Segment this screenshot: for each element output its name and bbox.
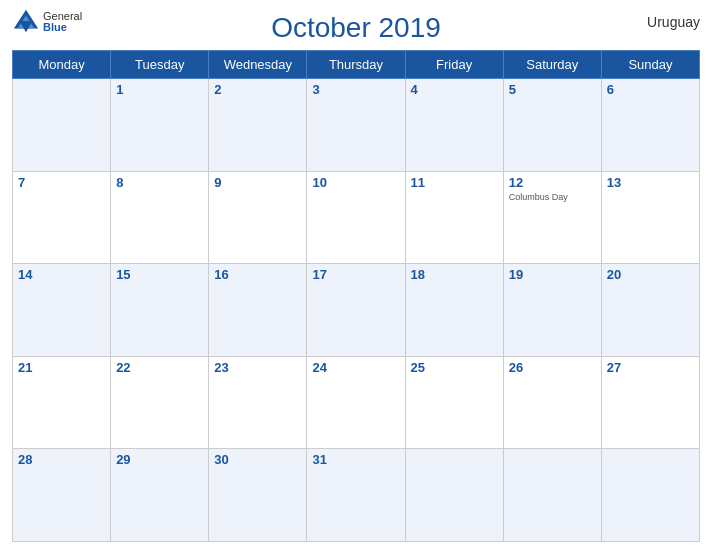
calendar-day-cell: 6	[601, 79, 699, 172]
calendar-day-cell: 25	[405, 356, 503, 449]
day-number: 6	[607, 82, 694, 97]
day-number: 31	[312, 452, 399, 467]
weekday-header: Monday	[13, 51, 111, 79]
day-number: 11	[411, 175, 498, 190]
calendar-day-cell: 2	[209, 79, 307, 172]
calendar-day-cell	[13, 79, 111, 172]
day-number: 3	[312, 82, 399, 97]
calendar-day-cell: 3	[307, 79, 405, 172]
calendar-day-cell: 30	[209, 449, 307, 542]
logo-blue: Blue	[43, 22, 82, 33]
day-number: 20	[607, 267, 694, 282]
calendar-day-cell	[405, 449, 503, 542]
day-number: 5	[509, 82, 596, 97]
day-number: 16	[214, 267, 301, 282]
day-number: 1	[116, 82, 203, 97]
calendar-day-cell: 11	[405, 171, 503, 264]
day-number: 22	[116, 360, 203, 375]
day-number: 7	[18, 175, 105, 190]
country-label: Uruguay	[647, 14, 700, 30]
weekday-header: Friday	[405, 51, 503, 79]
day-number: 9	[214, 175, 301, 190]
calendar-day-cell: 15	[111, 264, 209, 357]
calendar-day-cell: 17	[307, 264, 405, 357]
day-number: 29	[116, 452, 203, 467]
day-number: 27	[607, 360, 694, 375]
calendar-day-cell: 28	[13, 449, 111, 542]
calendar-day-cell: 8	[111, 171, 209, 264]
calendar-day-cell: 14	[13, 264, 111, 357]
weekday-header: Thursday	[307, 51, 405, 79]
calendar-day-cell: 27	[601, 356, 699, 449]
calendar-day-cell	[601, 449, 699, 542]
calendar-day-cell: 18	[405, 264, 503, 357]
calendar-week-row: 123456	[13, 79, 700, 172]
day-number: 26	[509, 360, 596, 375]
calendar-day-cell	[503, 449, 601, 542]
day-number: 19	[509, 267, 596, 282]
calendar-header: General Blue October 2019 Uruguay	[12, 8, 700, 44]
day-number: 24	[312, 360, 399, 375]
day-number: 13	[607, 175, 694, 190]
calendar-header-row: MondayTuesdayWednesdayThursdayFridaySatu…	[13, 51, 700, 79]
calendar-day-cell: 23	[209, 356, 307, 449]
calendar-day-cell: 13	[601, 171, 699, 264]
day-number: 14	[18, 267, 105, 282]
calendar-day-cell: 1	[111, 79, 209, 172]
day-number: 15	[116, 267, 203, 282]
calendar-day-cell: 20	[601, 264, 699, 357]
day-number: 25	[411, 360, 498, 375]
calendar-day-cell: 10	[307, 171, 405, 264]
calendar-table: MondayTuesdayWednesdayThursdayFridaySatu…	[12, 50, 700, 542]
calendar-day-cell: 24	[307, 356, 405, 449]
weekday-header: Saturday	[503, 51, 601, 79]
calendar-body: 123456789101112Columbus Day1314151617181…	[13, 79, 700, 542]
calendar-day-cell: 29	[111, 449, 209, 542]
day-number: 21	[18, 360, 105, 375]
weekday-header: Wednesday	[209, 51, 307, 79]
calendar-day-cell: 4	[405, 79, 503, 172]
day-number: 30	[214, 452, 301, 467]
day-number: 28	[18, 452, 105, 467]
calendar-day-cell: 5	[503, 79, 601, 172]
day-number: 12	[509, 175, 596, 190]
logo-icon	[12, 8, 40, 36]
day-number: 2	[214, 82, 301, 97]
day-number: 18	[411, 267, 498, 282]
calendar-day-cell: 31	[307, 449, 405, 542]
calendar-day-cell: 16	[209, 264, 307, 357]
day-number: 23	[214, 360, 301, 375]
day-number: 17	[312, 267, 399, 282]
calendar-day-cell: 22	[111, 356, 209, 449]
day-number: 8	[116, 175, 203, 190]
calendar-day-cell: 12Columbus Day	[503, 171, 601, 264]
calendar-day-cell: 7	[13, 171, 111, 264]
calendar-week-row: 789101112Columbus Day13	[13, 171, 700, 264]
day-number: 4	[411, 82, 498, 97]
calendar-day-cell: 19	[503, 264, 601, 357]
calendar-week-row: 21222324252627	[13, 356, 700, 449]
calendar-day-cell: 21	[13, 356, 111, 449]
calendar-title: October 2019	[271, 12, 441, 44]
weekday-header: Sunday	[601, 51, 699, 79]
calendar-day-cell: 9	[209, 171, 307, 264]
calendar-week-row: 14151617181920	[13, 264, 700, 357]
calendar-week-row: 28293031	[13, 449, 700, 542]
calendar-wrapper: General Blue October 2019 Uruguay Monday…	[0, 0, 712, 550]
logo: General Blue	[12, 8, 82, 36]
holiday-label: Columbus Day	[509, 192, 596, 202]
weekday-header: Tuesday	[111, 51, 209, 79]
calendar-day-cell: 26	[503, 356, 601, 449]
logo-text: General Blue	[43, 11, 82, 33]
day-number: 10	[312, 175, 399, 190]
